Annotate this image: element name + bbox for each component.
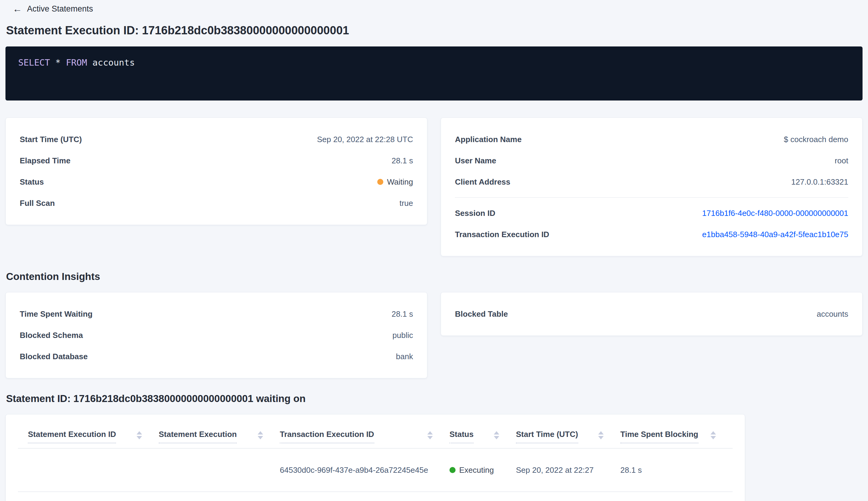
back-link[interactable]: ← Active Statements xyxy=(13,4,93,14)
contention-insights-heading: Contention Insights xyxy=(6,270,862,283)
waiting-status-dot-icon xyxy=(377,179,383,185)
row-label: Elapsed Time xyxy=(20,156,70,166)
table-row: 64530d0c-969f-437e-a9b4-26a72245e45e Exe… xyxy=(18,448,733,492)
row-transaction-execution-id: Transaction Execution ID e1bba458-5948-4… xyxy=(455,224,848,245)
contention-waiting-card: Time Spent Waiting 28.1 s Blocked Schema… xyxy=(6,292,427,379)
sql-text: * xyxy=(50,57,66,68)
row-value: 28.1 s xyxy=(391,309,413,319)
cell-statement-execution xyxy=(159,448,280,492)
sort-icon[interactable] xyxy=(494,431,499,439)
cell-statement-execution-id xyxy=(28,448,159,492)
column-header-start-time[interactable]: Start Time (UTC) xyxy=(516,430,620,443)
column-header-label: Transaction Execution ID xyxy=(280,430,374,443)
row-label: Blocked Database xyxy=(20,352,88,361)
summary-cards-row: Start Time (UTC) Sep 20, 2022 at 22:28 U… xyxy=(6,117,862,256)
row-time-spent-waiting: Time Spent Waiting 28.1 s xyxy=(20,303,413,324)
column-header-label: Statement Execution xyxy=(159,430,237,443)
sql-identifier: accounts xyxy=(87,57,135,68)
row-client-address: Client Address 127.0.0.1:63321 xyxy=(455,171,848,192)
row-blocked-schema: Blocked Schema public xyxy=(20,324,413,346)
row-label: Application Name xyxy=(455,135,522,144)
waiting-on-table-card: Statement Execution ID Statement Executi… xyxy=(6,414,745,501)
row-label: Client Address xyxy=(455,177,510,187)
status-text: Waiting xyxy=(387,177,413,187)
row-label: Full Scan xyxy=(20,199,55,208)
cell-transaction-execution-id: 64530d0c-969f-437e-a9b4-26a72245e45e xyxy=(280,448,449,492)
cell-status: Executing xyxy=(449,448,516,492)
column-header-label: Status xyxy=(449,430,474,443)
sql-statement-box: SELECT * FROM accounts xyxy=(6,46,862,100)
row-label: Time Spent Waiting xyxy=(20,309,93,319)
executing-status-dot-icon xyxy=(449,467,456,473)
cell-start-time: Sep 20, 2022 at 22:27 xyxy=(516,448,620,492)
sort-icon[interactable] xyxy=(427,431,433,439)
row-value: 28.1 s xyxy=(391,156,413,166)
sort-icon[interactable] xyxy=(137,431,142,439)
row-elapsed-time: Elapsed Time 28.1 s xyxy=(20,150,413,171)
row-value: bank xyxy=(396,352,413,361)
column-header-statement-execution[interactable]: Statement Execution xyxy=(159,430,280,443)
row-label: Blocked Table xyxy=(455,309,508,319)
session-id-link[interactable]: 1716b1f6-4e0c-f480-0000-000000000001 xyxy=(702,209,848,218)
row-user-name: User Name root xyxy=(455,150,848,171)
session-details-card: Application Name $ cockroach demo User N… xyxy=(441,117,862,256)
row-label: Status xyxy=(20,177,44,187)
back-link-label: Active Statements xyxy=(27,4,93,14)
cell-time-spent-blocking: 28.1 s xyxy=(620,448,733,492)
row-value: Sep 20, 2022 at 22:28 UTC xyxy=(317,135,413,144)
sort-icon[interactable] xyxy=(598,431,604,439)
row-application-name: Application Name $ cockroach demo xyxy=(455,129,848,150)
row-status: Status Waiting xyxy=(20,171,413,192)
row-blocked-database: Blocked Database bank xyxy=(20,346,413,367)
status-badge: Waiting xyxy=(377,177,413,187)
row-value: root xyxy=(835,156,848,166)
row-value: accounts xyxy=(817,309,848,319)
left-arrow-icon: ← xyxy=(13,4,22,14)
row-label: Session ID xyxy=(455,209,495,218)
status-badge: Executing xyxy=(449,466,494,475)
row-blocked-table: Blocked Table accounts xyxy=(455,303,848,324)
row-value: true xyxy=(399,199,413,208)
row-value: $ cockroach demo xyxy=(784,135,848,144)
row-full-scan: Full Scan true xyxy=(20,192,413,214)
row-label: Blocked Schema xyxy=(20,331,83,340)
table-header-row: Statement Execution ID Statement Executi… xyxy=(18,427,733,448)
column-header-label: Start Time (UTC) xyxy=(516,430,578,443)
sql-keyword: FROM xyxy=(66,57,87,68)
blocked-table-card: Blocked Table accounts xyxy=(441,292,862,336)
row-label: User Name xyxy=(455,156,496,166)
row-start-time: Start Time (UTC) Sep 20, 2022 at 22:28 U… xyxy=(20,129,413,150)
column-header-time-spent-blocking[interactable]: Time Spent Blocking xyxy=(620,430,733,443)
transaction-execution-id-link[interactable]: e1bba458-5948-40a9-a42f-5feac1b10e75 xyxy=(702,230,848,239)
contention-cards-row: Time Spent Waiting 28.1 s Blocked Schema… xyxy=(6,292,862,379)
statement-execution-page: ← Active Statements Statement Execution … xyxy=(0,0,868,501)
sort-icon[interactable] xyxy=(258,431,263,439)
waiting-on-heading: Statement ID: 1716b218dc0b38380000000000… xyxy=(6,392,862,405)
status-text: Executing xyxy=(459,466,494,475)
column-header-label: Time Spent Blocking xyxy=(620,430,698,443)
row-value: 127.0.0.1:63321 xyxy=(791,177,848,187)
execution-details-card: Start Time (UTC) Sep 20, 2022 at 22:28 U… xyxy=(6,117,427,225)
column-header-transaction-execution-id[interactable]: Transaction Execution ID xyxy=(280,430,449,443)
column-header-statement-execution-id[interactable]: Statement Execution ID xyxy=(28,430,159,443)
row-session-id: Session ID 1716b1f6-4e0c-f480-0000-00000… xyxy=(455,203,848,224)
row-label: Start Time (UTC) xyxy=(20,135,82,144)
sort-icon[interactable] xyxy=(710,431,716,439)
page-title: Statement Execution ID: 1716b218dc0b3838… xyxy=(6,23,862,38)
sql-keyword: SELECT xyxy=(18,57,50,68)
column-header-status[interactable]: Status xyxy=(449,430,516,443)
column-header-label: Statement Execution ID xyxy=(28,430,116,443)
row-value: public xyxy=(392,331,413,340)
row-label: Transaction Execution ID xyxy=(455,230,549,239)
